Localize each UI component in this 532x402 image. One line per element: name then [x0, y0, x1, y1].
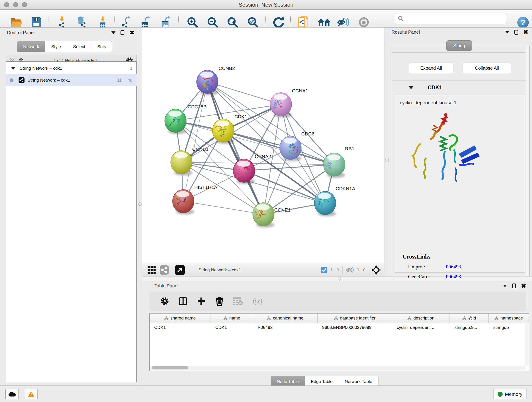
network-tree: String Network – cdk1 1 String Network –…: [6, 61, 137, 382]
network-from-file-icon[interactable]: [298, 16, 308, 29]
column-header-shared-name[interactable]: shared name: [150, 313, 211, 323]
export-network-icon[interactable]: [121, 16, 132, 28]
right-divider-handle[interactable]: [385, 159, 389, 162]
save-session-icon[interactable]: [31, 17, 42, 27]
search-input[interactable]: [395, 13, 507, 24]
horizontal-divider-handle[interactable]: [338, 277, 341, 281]
node-count: 11: [117, 78, 122, 83]
column-header-namespace[interactable]: namespace: [489, 313, 529, 323]
hide-selected-icon[interactable]: [337, 17, 350, 27]
table-cell[interactable]: CDK1: [211, 325, 253, 330]
collapse-triangle-icon[interactable]: [409, 86, 413, 89]
delete-table-icon[interactable]: [233, 297, 243, 305]
tab-select[interactable]: Select: [67, 41, 91, 52]
title-bar: Session: New Session: [0, 0, 532, 10]
column-header-@id[interactable]: @id: [450, 313, 489, 323]
expand-all-button[interactable]: Expand All: [409, 63, 453, 74]
results-panel: Results Panel ✖ String Expand All Collap…: [389, 27, 532, 276]
import-network-file-icon[interactable]: [57, 16, 67, 28]
show-all-icon[interactable]: [358, 17, 369, 28]
refresh-icon[interactable]: [272, 16, 284, 28]
zoom-selected-icon[interactable]: [247, 17, 259, 28]
panel-close-icon[interactable]: ✖: [523, 30, 528, 34]
panel-float-icon[interactable]: [514, 30, 518, 35]
collapse-triangle-icon[interactable]: [11, 67, 16, 70]
crosslink-link[interactable]: P06493: [446, 274, 461, 280]
toolbar-separator: [290, 12, 291, 25]
left-divider-handle[interactable]: [138, 202, 142, 206]
crosslink-row: Uniprot:P06493: [403, 264, 522, 270]
import-network-database-icon[interactable]: [76, 16, 87, 28]
fit-selected-crosshair-icon[interactable]: [371, 265, 381, 275]
tab-string[interactable]: String: [446, 40, 472, 51]
panel-close-icon[interactable]: ✖: [521, 283, 526, 288]
toolbar-separator: [178, 12, 179, 25]
zoom-out-icon[interactable]: [207, 17, 218, 28]
panel-menu-icon[interactable]: [111, 32, 115, 34]
zoom-in-icon[interactable]: [187, 17, 198, 28]
window-title: Session: New Session: [0, 2, 532, 8]
table-cell[interactable]: CDK1: [150, 325, 211, 330]
hidden-eye-icon[interactable]: [346, 267, 354, 274]
function-builder-icon[interactable]: f(x): [253, 297, 262, 305]
grid-view-icon[interactable]: [147, 266, 156, 274]
node-label-CCNB1: CCNB1: [192, 147, 209, 152]
table-toolbar: f(x): [149, 292, 526, 311]
table-row[interactable]: CDK1CDK1P064939606.ENSP00000378699cyclin…: [150, 323, 529, 332]
export-image-icon[interactable]: [161, 16, 172, 28]
results-scrollbar[interactable]: [526, 46, 529, 276]
import-table-icon[interactable]: [98, 16, 107, 28]
table-horizontal-scrollbar[interactable]: [150, 366, 526, 370]
column-header-canonical-name[interactable]: canonical name: [253, 313, 317, 323]
add-column-icon[interactable]: [197, 297, 206, 306]
table-vertical-scrollbar[interactable]: [525, 323, 529, 366]
delete-column-icon[interactable]: [215, 297, 224, 306]
left-panel-divider[interactable]: [138, 27, 142, 385]
network-row-selected[interactable]: String Network – cdk1 11 48: [6, 74, 137, 86]
panel-float-icon[interactable]: [120, 30, 124, 35]
crosslink-link[interactable]: P06493: [446, 264, 461, 270]
panel-float-icon[interactable]: [512, 283, 516, 288]
table-settings-gear-icon[interactable]: [160, 297, 169, 306]
table-cell[interactable]: stringdb:9...: [450, 325, 489, 330]
tab-network[interactable]: Network: [17, 41, 45, 52]
control-panel: Control Panel ✖ NetworkStyleSelectSets 1…: [0, 27, 138, 385]
panel-menu-icon[interactable]: [503, 285, 507, 287]
homes-icon[interactable]: [317, 17, 331, 27]
open-session-icon[interactable]: [10, 17, 23, 27]
warning-icon: [28, 391, 35, 397]
table-cell[interactable]: stringdb: [489, 325, 529, 330]
cloud-button[interactable]: [5, 389, 19, 399]
protein-structure-image: [404, 109, 487, 185]
node-label-CCNB2: CCNB2: [219, 65, 235, 71]
selected-checkbox-icon[interactable]: [321, 267, 328, 274]
tab-style[interactable]: Style: [45, 41, 67, 52]
node-details-header[interactable]: CDK1: [392, 80, 528, 95]
warnings-button[interactable]: [25, 389, 38, 399]
memory-button[interactable]: Memory: [493, 389, 527, 399]
network-view-statusbar: String Network – cdk1 1 - 0 0 - 0: [142, 263, 384, 276]
panel-menu-icon[interactable]: [505, 31, 509, 33]
column-header-description[interactable]: description: [392, 313, 450, 323]
network-collection-row[interactable]: String Network – cdk1 1: [6, 62, 137, 74]
network-nodes[interactable]: [165, 70, 345, 228]
zoom-fit-icon[interactable]: [227, 17, 238, 28]
help-button[interactable]: ?: [517, 17, 529, 28]
export-table-icon[interactable]: [141, 16, 151, 28]
right-panel-divider[interactable]: [384, 27, 389, 276]
table-cell[interactable]: P06493: [253, 325, 317, 330]
panel-close-icon[interactable]: ✖: [129, 30, 134, 35]
network-view-share-icon[interactable]: [160, 265, 169, 274]
node-label-CDC6: CDC6: [301, 131, 314, 136]
column-header-database-identifier[interactable]: database identifier: [317, 313, 392, 323]
table-cell[interactable]: cyclin–dependent ...: [392, 325, 450, 330]
table-cell[interactable]: 9606.ENSP00000378699: [317, 325, 392, 330]
birdseye-view-icon[interactable]: [175, 265, 185, 275]
select-columns-icon[interactable]: [179, 297, 187, 306]
network-canvas[interactable]: CCNB2CCNA1CDC25BCDK1CDC6RB1CCNB1CCNA2CDK…: [142, 27, 384, 263]
collapse-all-button[interactable]: Collapse All: [462, 63, 511, 74]
tab-sets[interactable]: Sets: [91, 41, 112, 52]
expand-collapse-bar: Expand All Collapse All: [392, 52, 528, 79]
crosslink-label: GeneCard:: [403, 274, 446, 280]
column-header-name[interactable]: name: [211, 313, 253, 323]
